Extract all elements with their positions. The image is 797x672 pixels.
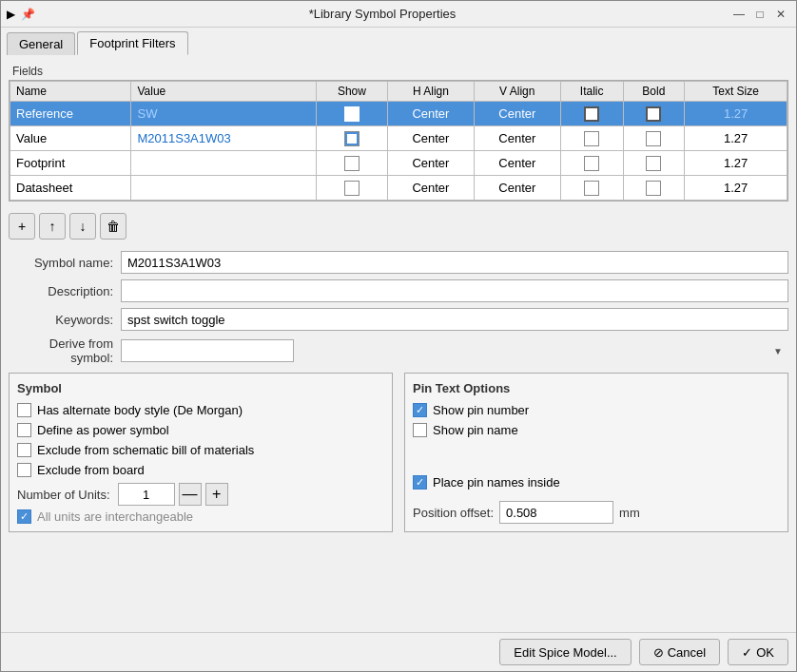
derive-input[interactable] <box>121 339 294 362</box>
interchangeable-label: All units are interchangeable <box>37 509 193 524</box>
show-pin-name-checkbox[interactable] <box>413 423 427 437</box>
description-label: Description: <box>9 284 113 298</box>
tab-general[interactable]: General <box>7 32 75 55</box>
table-row[interactable]: Value M2011S3A1W03 Center Center 1.27 <box>10 126 787 151</box>
cell-name: Value <box>10 126 131 151</box>
tab-bar: General Footprint Filters <box>1 28 796 55</box>
cell-textsize: 1.27 <box>685 151 787 176</box>
cell-valign: Center <box>474 151 560 176</box>
position-offset-unit: mm <box>619 506 640 520</box>
symbol-name-input[interactable] <box>121 251 788 274</box>
power-symbol-row: Define as power symbol <box>17 423 384 437</box>
move-down-button[interactable]: ↓ <box>69 213 96 240</box>
exclude-bom-label: Exclude from schematic bill of materials <box>37 443 254 457</box>
pin-group-title: Pin Text Options <box>413 381 780 395</box>
alternate-body-checkbox[interactable] <box>17 403 31 417</box>
show-pin-name-row: Show pin name <box>413 423 780 437</box>
table-row[interactable]: Reference SW Center Center 1.27 <box>10 102 787 126</box>
minimize-button[interactable]: — <box>729 5 748 24</box>
cell-textsize: 1.27 <box>685 126 787 151</box>
alternate-body-row: Has alternate body style (De Morgan) <box>17 403 384 417</box>
cell-show[interactable] <box>316 176 387 201</box>
delete-field-button[interactable]: 🗑 <box>100 213 126 240</box>
position-offset-input[interactable] <box>499 501 613 524</box>
main-window: ▶ 📌 *Library Symbol Properties — □ ✕ Gen… <box>0 0 797 672</box>
maximize-button[interactable]: □ <box>750 5 769 24</box>
position-offset-row: Position offset: mm <box>413 501 780 524</box>
cell-textsize: 1.27 <box>685 102 787 126</box>
cell-value: M2011S3A1W03 <box>131 126 316 151</box>
symbol-form: Symbol name: Description: Keywords: Deri… <box>9 251 788 365</box>
derive-select-wrapper <box>121 339 788 362</box>
symbol-name-row: Symbol name: <box>9 251 788 274</box>
derive-row: Derive from symbol: <box>9 336 788 365</box>
ok-icon: ✓ <box>742 645 752 660</box>
cell-halign: Center <box>387 126 474 151</box>
cell-italic[interactable] <box>560 102 623 126</box>
units-input[interactable] <box>118 483 175 506</box>
table-row[interactable]: Footprint Center Center 1.27 <box>10 151 787 176</box>
keywords-input[interactable] <box>121 308 788 331</box>
title-bar: ▶ 📌 *Library Symbol Properties — □ ✕ <box>1 1 796 28</box>
cell-italic[interactable] <box>560 151 623 176</box>
close-button[interactable]: ✕ <box>771 5 790 24</box>
cell-valign: Center <box>474 102 560 126</box>
description-input[interactable] <box>121 279 788 302</box>
cell-halign: Center <box>387 176 474 201</box>
tab-footprint-filters[interactable]: Footprint Filters <box>77 31 187 55</box>
cell-valign: Center <box>474 176 560 201</box>
cell-halign: Center <box>387 102 474 126</box>
cell-bold[interactable] <box>623 151 685 176</box>
cell-name: Footprint <box>10 151 131 176</box>
add-field-button[interactable]: + <box>9 213 35 240</box>
cell-show[interactable] <box>316 126 387 151</box>
cell-show[interactable] <box>316 102 387 126</box>
exclude-bom-checkbox[interactable] <box>17 443 31 457</box>
units-label: Number of Units: <box>17 488 110 502</box>
window-title: *Library Symbol Properties <box>35 7 729 21</box>
cell-bold[interactable] <box>623 176 685 201</box>
units-minus-button[interactable]: — <box>179 483 202 506</box>
fields-section: Fields Name Value Show H Align V Align I… <box>9 63 788 202</box>
edit-spice-label: Edit Spice Model... <box>514 645 616 660</box>
position-offset-label: Position offset: <box>413 506 494 520</box>
ok-label: OK <box>756 645 774 660</box>
move-up-button[interactable]: ↑ <box>39 213 66 240</box>
units-row: Number of Units: — + <box>17 483 384 506</box>
place-inside-row: Place pin names inside <box>413 475 780 490</box>
interchangeable-checkbox[interactable] <box>17 509 31 524</box>
interchangeable-row: All units are interchangeable <box>17 509 384 524</box>
show-pin-name-label: Show pin name <box>433 423 518 437</box>
col-value: Value <box>131 82 316 102</box>
cell-bold[interactable] <box>623 102 685 126</box>
cursor-icon: ▶ <box>7 8 15 21</box>
exclude-board-checkbox[interactable] <box>17 463 31 477</box>
options-columns: Symbol Has alternate body style (De Morg… <box>9 373 788 532</box>
content-area: Fields Name Value Show H Align V Align I… <box>1 55 796 632</box>
cell-bold[interactable] <box>623 126 685 151</box>
col-name: Name <box>10 82 131 102</box>
cancel-button[interactable]: ⊘ Cancel <box>639 639 720 665</box>
exclude-bom-row: Exclude from schematic bill of materials <box>17 443 384 457</box>
show-pin-number-row: Show pin number <box>413 403 780 417</box>
show-pin-number-checkbox[interactable] <box>413 403 427 417</box>
units-plus-button[interactable]: + <box>205 483 228 506</box>
exclude-board-label: Exclude from board <box>37 463 145 477</box>
ok-button[interactable]: ✓ OK <box>728 639 788 665</box>
derive-label: Derive from symbol: <box>9 336 113 365</box>
cell-show[interactable] <box>316 151 387 176</box>
cell-italic[interactable] <box>560 126 623 151</box>
col-halign: H Align <box>387 82 474 102</box>
cell-halign: Center <box>387 151 474 176</box>
table-row[interactable]: Datasheet Center Center 1.27 <box>10 176 787 201</box>
cell-value <box>131 176 316 201</box>
keywords-row: Keywords: <box>9 308 788 331</box>
exclude-board-row: Exclude from board <box>17 463 384 477</box>
symbol-group: Symbol Has alternate body style (De Morg… <box>9 373 393 532</box>
edit-spice-button[interactable]: Edit Spice Model... <box>499 639 631 665</box>
place-inside-checkbox[interactable] <box>413 475 427 490</box>
description-row: Description: <box>9 279 788 302</box>
cell-value <box>131 151 316 176</box>
power-symbol-checkbox[interactable] <box>17 423 31 437</box>
cell-italic[interactable] <box>560 176 623 201</box>
